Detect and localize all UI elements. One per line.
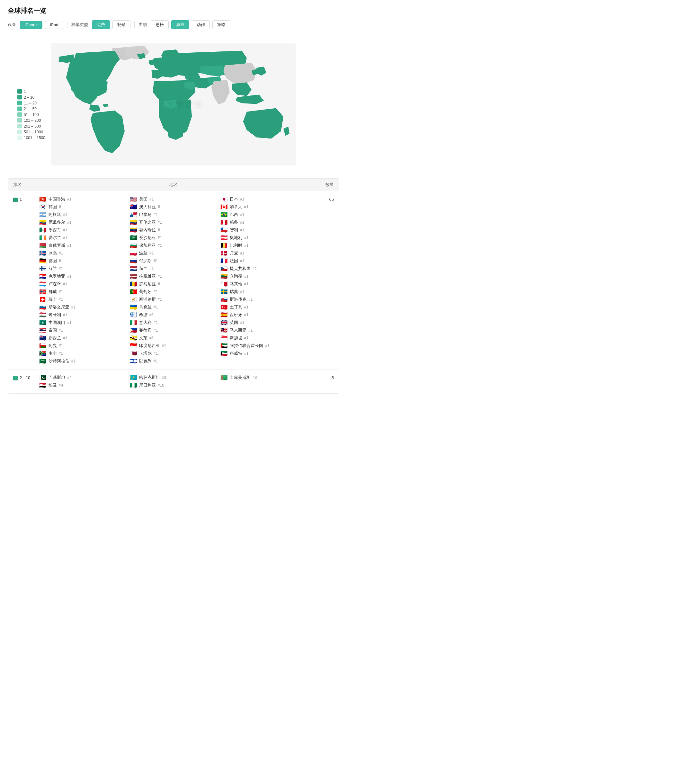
- flag-icon: 🇸🇦: [130, 235, 137, 240]
- country-rank: #1: [153, 328, 158, 333]
- legend-color-6: [17, 118, 22, 123]
- list-item: 🇬🇷希腊 #1: [130, 312, 218, 318]
- country-rank: #1: [158, 220, 162, 225]
- country-rank: #1: [153, 359, 158, 363]
- separator-2: [134, 21, 135, 28]
- country-rank: #1: [63, 228, 67, 232]
- list-item: 🇳🇬尼日利亚 #10: [130, 382, 218, 388]
- flag-icon: 🇪🇬: [39, 383, 46, 388]
- list-item: 🇹🇭泰国 #1: [39, 328, 127, 333]
- country-name: 沙特阿拉伯: [48, 358, 69, 364]
- flag-icon: 🇭🇰: [39, 197, 46, 202]
- country-name: 以色列: [139, 358, 152, 364]
- flag-icon: 🇹🇲: [220, 375, 228, 380]
- list-item: 🇦🇷阿根廷 #1: [39, 212, 127, 217]
- country-rank: #1: [240, 251, 244, 255]
- list-item: 🇲🇾马来西亚 #1: [220, 328, 308, 333]
- list-item: 🇭🇰中国香港 #1: [39, 196, 127, 202]
- flag-icon: 🇧🇷: [220, 212, 228, 217]
- list-item: 🇦🇹奥地利 #1: [220, 235, 308, 240]
- category-all-btn[interactable]: 总榜: [151, 20, 169, 29]
- country-name: 斯洛文尼亚: [48, 304, 69, 310]
- flag-icon: 🇦🇪: [220, 343, 228, 348]
- flag-icon: 🇸🇰: [220, 297, 228, 302]
- legend-color-2: [17, 95, 22, 100]
- legend-label-4: 21 – 50: [24, 107, 36, 111]
- category-action-btn[interactable]: 动作: [192, 20, 210, 29]
- country-rank: #1: [63, 336, 67, 340]
- list-item: 🇵🇹葡萄牙 #1: [130, 289, 218, 295]
- list-item: 🇳🇴挪威 #1: [39, 289, 127, 295]
- country-rank: #1: [240, 228, 244, 232]
- category-games-btn[interactable]: 游戏: [171, 20, 189, 29]
- country-rank: #1: [244, 313, 248, 317]
- country-name: 智利: [230, 227, 238, 233]
- country-rank: #1: [59, 251, 63, 255]
- country-rank: #1: [244, 282, 248, 286]
- flag-icon: 🇵🇦: [130, 212, 137, 217]
- list-item: 🇭🇺匈牙利 #1: [39, 312, 127, 318]
- country-name: 日本: [230, 196, 238, 202]
- flag-icon: 🇹🇷: [220, 305, 228, 310]
- list-item: 🇱🇹立陶宛 #1: [220, 273, 308, 279]
- list-item: 🇯🇵日本 #1: [220, 196, 308, 202]
- country-name: 克罗地亚: [48, 273, 65, 279]
- flag-icon: 🇳🇴: [39, 289, 46, 294]
- rank-dot-2: [13, 376, 18, 380]
- country-rank: #1: [248, 297, 252, 302]
- flag-icon: 🇧🇾: [39, 243, 46, 248]
- list-item: 🇮🇪爱尔兰 #1: [39, 235, 127, 240]
- country-rank: #1: [59, 259, 63, 263]
- country-name: 马其他: [230, 281, 242, 287]
- country-name: 西班牙: [230, 312, 242, 318]
- flag-icon: 🇸🇪: [220, 289, 228, 294]
- flag-icon: 🇷🇺: [130, 259, 137, 264]
- country-rank: #1: [158, 228, 162, 232]
- flag-icon: 🇨🇾: [130, 297, 137, 302]
- country-rank: #1: [240, 212, 244, 217]
- country-rank: #1: [162, 344, 166, 348]
- device-ipad-btn[interactable]: iPad: [45, 21, 63, 29]
- list-item: 🇬🇧英国 #1: [220, 320, 308, 326]
- country-name: 加拿大: [230, 204, 242, 210]
- country-rank: #1: [265, 344, 269, 348]
- legend-item-3: 11 – 20: [17, 101, 45, 105]
- flag-icon: 🇮🇹: [130, 320, 137, 325]
- country-rank: #1: [244, 351, 248, 356]
- list-item: 🇺🇦乌克兰 #1: [130, 304, 218, 310]
- flag-icon: 🇸🇬: [220, 336, 228, 341]
- country-name: 土耳其: [230, 304, 242, 310]
- flag-icon: 🇮🇸: [39, 250, 46, 256]
- country-rank: #1: [59, 205, 63, 209]
- flag-icon: 🇰🇷: [39, 204, 46, 209]
- country-name: 芬兰: [48, 266, 57, 272]
- country-name: 爱尔兰: [48, 235, 61, 240]
- list-item: 🇵🇭菲律宾 #1: [130, 328, 218, 333]
- legend-color-9: [17, 136, 22, 140]
- country-rank: #1: [244, 336, 248, 340]
- category-strategy-btn[interactable]: 策略: [213, 20, 230, 29]
- flag-icon: 🇩🇪: [39, 259, 46, 264]
- rank-label-2: 2 - 10: [20, 375, 30, 380]
- list-item: 🇰🇷韩国 #1: [39, 204, 127, 210]
- countries-grid-2: 🇵🇰巴基斯坦 #4🇰🇿哈萨克斯坦 #3🇹🇲土库曼斯坦 #3🇪🇬埃及 #4🇳🇬尼日…: [39, 375, 308, 388]
- country-rank: #1: [240, 259, 244, 263]
- country-rank: #1: [158, 205, 162, 209]
- flag-icon: 🇱🇹: [220, 274, 228, 279]
- list-item: 🇸🇦爱沙尼亚 #1: [130, 235, 218, 240]
- country-name: 卡塔尔: [139, 351, 152, 356]
- flag-icon: 🇲🇴: [39, 320, 46, 325]
- country-name: 卢森堡: [48, 281, 61, 287]
- country-rank: #1: [149, 313, 153, 317]
- list-type-free-btn[interactable]: 免费: [92, 20, 110, 29]
- list-type-label: 榜单类型: [71, 22, 88, 28]
- country-rank: #1: [59, 266, 63, 271]
- list-item: 🇹🇲土库曼斯坦 #3: [220, 375, 308, 380]
- list-type-paid-btn[interactable]: 畅销: [112, 20, 130, 29]
- flag-icon: 🇫🇮: [39, 266, 46, 271]
- list-item: 🇻🇪委内瑞拉 #1: [130, 227, 218, 233]
- page-title: 全球排名一览: [8, 7, 339, 15]
- device-iphone-btn[interactable]: iPhone: [20, 21, 43, 29]
- legend-item-5: 51 – 100: [17, 112, 45, 117]
- country-rank: #4: [67, 375, 71, 380]
